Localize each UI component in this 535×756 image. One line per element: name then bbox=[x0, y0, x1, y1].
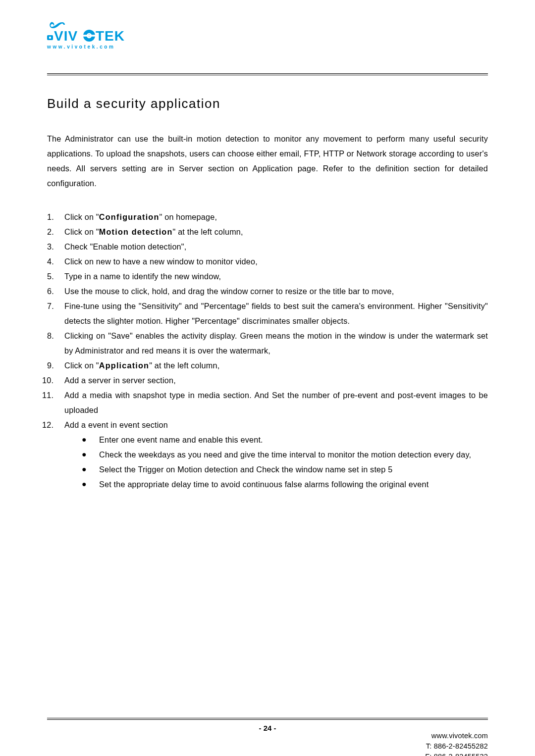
footer-divider bbox=[47, 718, 488, 720]
svg-text:TEK: TEK bbox=[96, 28, 125, 44]
footer-contact: www.vivotek.com T: 886-2-82455282 F: 886… bbox=[425, 731, 488, 756]
page-number: - 24 - bbox=[47, 724, 488, 732]
page-footer: - 24 - www.vivotek.com T: 886-2-82455282… bbox=[47, 718, 488, 732]
sub-list: Enter one event name and enable this eve… bbox=[82, 432, 488, 492]
step-item: Type in a name to identify the new windo… bbox=[47, 269, 488, 284]
step-item: Add a media with snapshot type in media … bbox=[47, 388, 488, 417]
sub-item: Enter one event name and enable this eve… bbox=[82, 432, 488, 447]
step-item: Clicking on "Save" enables the activity … bbox=[47, 328, 488, 358]
step-item: Add a server in server section, bbox=[47, 373, 488, 388]
page-title: Build a security application bbox=[47, 96, 488, 111]
footer-url: www.vivotek.com bbox=[425, 731, 488, 741]
svg-text:VIV: VIV bbox=[54, 28, 78, 44]
footer-tel: T: 886-2-82455282 bbox=[425, 741, 488, 752]
step-item: Click on new to have a new window to mon… bbox=[47, 254, 488, 269]
step-item: Click on "Configuration" on homepage, bbox=[47, 209, 488, 224]
vivotek-logo: VIV TEK www.vivotek.com bbox=[47, 20, 488, 55]
step-item: Click on "Motion detection" at the left … bbox=[47, 224, 488, 239]
step-item: Click on "Application" at the left colum… bbox=[47, 358, 488, 373]
footer-fax: F: 886-2-82455532 bbox=[425, 752, 488, 756]
step-item: Use the mouse to click, hold, and drag t… bbox=[47, 284, 488, 299]
sub-item: Check the weekdays as you need and give … bbox=[82, 447, 488, 462]
steps-list: Click on "Configuration" on homepage, Cl… bbox=[47, 209, 488, 492]
bold-term: Configuration bbox=[99, 212, 160, 221]
header-divider bbox=[47, 73, 488, 75]
bold-term: Motion detection bbox=[99, 227, 173, 236]
svg-point-1 bbox=[49, 37, 51, 39]
intro-paragraph: The Administrator can use the built-in m… bbox=[47, 131, 488, 191]
sub-item: Set the appropriate delay time to avoid … bbox=[82, 477, 488, 492]
step-item: Fine-tune using the "Sensitivity" and "P… bbox=[47, 299, 488, 328]
logo-tagline: www.vivotek.com bbox=[47, 44, 115, 50]
svg-rect-6 bbox=[81, 35, 97, 37]
bold-term: Application bbox=[99, 361, 149, 370]
step-item: Check "Enable motion detection", bbox=[47, 239, 488, 254]
step-item: Add a event in event section Enter one e… bbox=[47, 417, 488, 492]
sub-item: Select the Trigger on Motion detection a… bbox=[82, 462, 488, 477]
